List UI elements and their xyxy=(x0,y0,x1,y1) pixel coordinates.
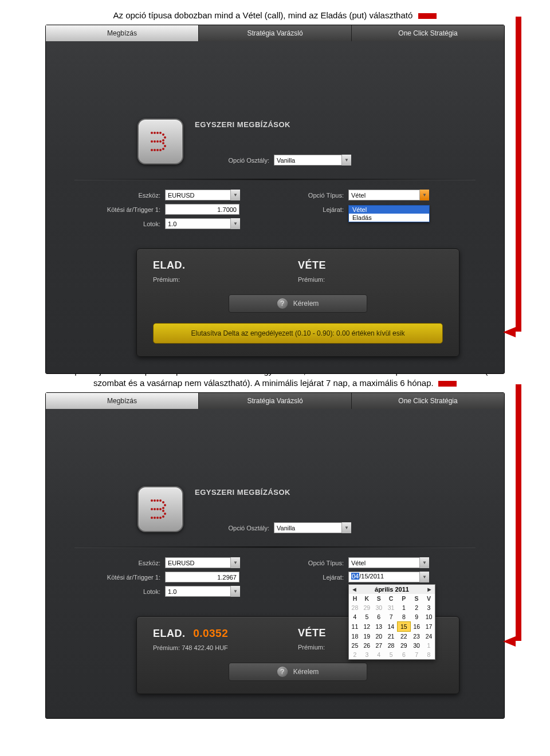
calendar-day[interactable]: 26 xyxy=(361,641,373,650)
sell-heading: ELAD. xyxy=(153,259,298,271)
calendar-day[interactable]: 14 xyxy=(385,622,398,632)
label-expiry: Lejárat: xyxy=(286,574,348,581)
tabs: Megbízás Stratégia Varázsló One Click St… xyxy=(46,393,504,409)
calendar-day[interactable]: 29 xyxy=(398,641,411,650)
calendar-day[interactable]: 24 xyxy=(423,632,435,641)
tab-order[interactable]: Megbízás xyxy=(46,393,199,409)
strike-input[interactable] xyxy=(165,204,239,215)
svg-point-2 xyxy=(156,132,159,134)
strike-input[interactable] xyxy=(165,572,239,582)
chevron-down-icon[interactable]: ▼ xyxy=(230,586,240,597)
svg-point-27 xyxy=(154,508,156,510)
svg-point-14 xyxy=(159,149,162,151)
option-type-item-sell[interactable]: Eladás xyxy=(349,214,429,222)
callout-line-icon xyxy=(516,17,521,332)
chevron-down-icon[interactable]: ▼ xyxy=(419,190,429,200)
calendar-day[interactable]: 12 xyxy=(361,622,373,632)
chevron-down-icon[interactable]: ▼ xyxy=(230,557,240,568)
tab-strategy-wizard[interactable]: Stratégia Varázsló xyxy=(199,393,352,409)
calendar-day[interactable]: 30 xyxy=(410,641,423,650)
chevron-down-icon[interactable]: ▼ xyxy=(341,155,351,166)
expiry-date-input[interactable]: 04/15/2011 xyxy=(348,572,429,582)
svg-point-16 xyxy=(154,149,156,151)
module-icon xyxy=(138,486,183,532)
calendar-day[interactable]: 16 xyxy=(410,622,423,632)
tab-order[interactable]: Megbízás xyxy=(46,25,199,41)
calendar-day[interactable]: 25 xyxy=(349,641,361,650)
svg-point-33 xyxy=(156,517,159,519)
calendar-day[interactable]: 6 xyxy=(373,612,385,622)
svg-point-10 xyxy=(151,140,153,143)
calendar-day[interactable]: 18 xyxy=(349,632,361,641)
calendar-day[interactable]: 11 xyxy=(349,622,361,632)
rejection-banner: Elutasítva Delta az engedélyezett (0.10 … xyxy=(153,323,443,344)
option-class-select[interactable] xyxy=(274,155,351,166)
calendar-day[interactable]: 7 xyxy=(385,612,398,622)
svg-point-35 xyxy=(151,517,153,519)
calendar-day[interactable]: 17 xyxy=(423,622,435,632)
svg-point-31 xyxy=(162,515,164,518)
request-button[interactable]: ? Kérelem xyxy=(229,663,367,681)
instrument-select[interactable] xyxy=(165,557,239,568)
callout-arrow-icon xyxy=(503,636,516,647)
label-strike: Kötési ár/Trigger 1: xyxy=(86,206,165,213)
calendar-day[interactable]: 5 xyxy=(361,612,373,622)
question-icon: ? xyxy=(277,298,288,309)
lots-input[interactable] xyxy=(165,218,239,229)
divider-icon xyxy=(74,546,476,548)
calendar-day[interactable]: 4 xyxy=(349,612,361,622)
buy-heading: VÉTE xyxy=(298,259,443,271)
calendar-dow: P xyxy=(398,594,411,603)
calendar-day[interactable]: 22 xyxy=(398,632,411,641)
chevron-down-icon[interactable]: ▼ xyxy=(341,522,351,533)
chevron-down-icon[interactable]: ▼ xyxy=(419,572,429,582)
option-type-dropdown: Vétel Eladás xyxy=(348,205,430,222)
calendar-prev-button[interactable]: ◄ xyxy=(351,586,358,593)
calendar-dow: V xyxy=(423,594,435,603)
calendar-day[interactable]: 3 xyxy=(423,603,435,612)
sell-premium-label: Prémium: xyxy=(153,276,298,283)
calendar-day[interactable]: 23 xyxy=(410,632,423,641)
lots-input[interactable] xyxy=(165,586,239,597)
calendar-dow: K xyxy=(361,594,373,603)
chevron-down-icon[interactable]: ▼ xyxy=(230,218,240,229)
sell-heading: ELAD. xyxy=(153,628,186,639)
calendar-day: 3 xyxy=(361,650,373,659)
svg-point-8 xyxy=(156,140,159,143)
label-strike: Kötési ár/Trigger 1: xyxy=(86,574,165,581)
calendar-day[interactable]: 1 xyxy=(398,603,411,612)
label-instrument: Eszköz: xyxy=(86,192,165,199)
calendar-dow: H xyxy=(349,594,361,603)
calendar-day[interactable]: 27 xyxy=(373,641,385,650)
instrument-select[interactable] xyxy=(165,190,239,200)
tab-one-click[interactable]: One Click Stratégia xyxy=(352,393,504,409)
option-type-select[interactable] xyxy=(348,557,429,568)
callout-marker-icon xyxy=(418,13,437,19)
calendar-day[interactable]: 2 xyxy=(410,603,423,612)
request-button[interactable]: ? Kérelem xyxy=(229,294,367,313)
option-type-item-buy[interactable]: Vétel xyxy=(349,206,429,214)
divider-icon xyxy=(74,179,476,180)
chevron-down-icon[interactable]: ▼ xyxy=(419,557,429,568)
calendar-day[interactable]: 13 xyxy=(373,622,385,632)
calendar-day[interactable]: 28 xyxy=(385,641,398,650)
calendar-day: 2 xyxy=(349,650,361,659)
option-type-select[interactable] xyxy=(348,190,429,200)
calendar-day[interactable]: 10 xyxy=(423,612,435,622)
option-class-select[interactable] xyxy=(274,522,351,533)
calendar-day[interactable]: 8 xyxy=(398,612,411,622)
chevron-down-icon[interactable]: ▼ xyxy=(230,190,240,200)
tab-one-click[interactable]: One Click Stratégia xyxy=(352,25,504,41)
calendar-next-button[interactable]: ► xyxy=(426,586,433,593)
svg-point-11 xyxy=(162,142,164,144)
calendar-day[interactable]: 21 xyxy=(385,632,398,641)
calendar-day[interactable]: 9 xyxy=(410,612,423,622)
caption-top: Az opció típusa dobozban mind a Vétel (c… xyxy=(0,0,550,25)
svg-point-20 xyxy=(156,499,159,502)
calendar-day[interactable]: 20 xyxy=(373,632,385,641)
tab-strategy-wizard[interactable]: Stratégia Varázsló xyxy=(199,25,352,41)
calendar-day: 6 xyxy=(398,650,411,659)
calendar-day[interactable]: 19 xyxy=(361,632,373,641)
label-option-class: Opció Osztály: xyxy=(218,157,274,164)
calendar-day[interactable]: 15 xyxy=(398,622,411,632)
